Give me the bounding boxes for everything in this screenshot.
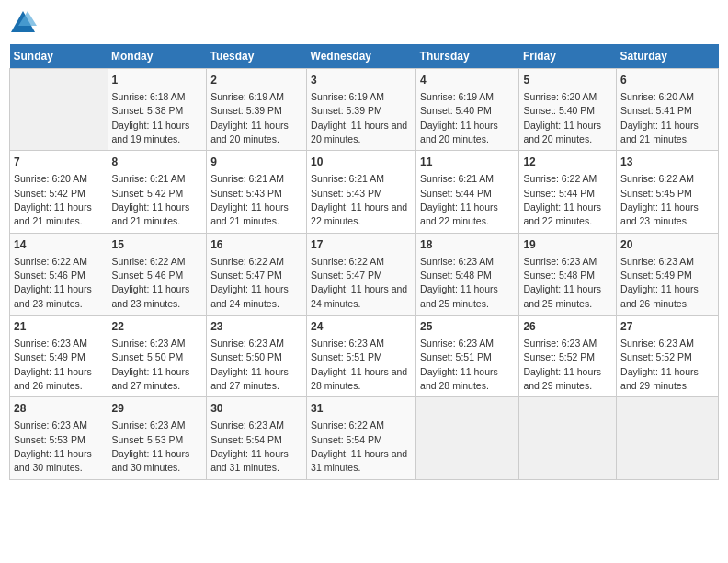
daylight-info: Daylight: 11 hours and 24 minutes. [210,283,289,308]
sunset-info: Sunset: 5:50 PM [112,351,184,362]
daylight-info: Daylight: 11 hours and 30 minutes. [112,448,190,473]
sunrise-info: Sunrise: 6:23 AM [420,256,494,267]
daylight-info: Daylight: 11 hours and 26 minutes. [620,283,699,308]
calendar-cell: 20 Sunrise: 6:23 AM Sunset: 5:49 PM Dayl… [617,233,719,315]
sunset-info: Sunset: 5:52 PM [523,351,595,362]
daylight-info: Daylight: 11 hours and 20 minutes. [420,120,498,144]
sunrise-info: Sunrise: 6:23 AM [210,419,284,431]
daylight-info: Daylight: 11 hours and 22 minutes. [420,201,498,226]
calendar-cell: 29 Sunrise: 6:23 AM Sunset: 5:53 PM Dayl… [108,397,207,479]
sunrise-info: Sunrise: 6:21 AM [420,173,494,184]
calendar-week-row: 14 Sunrise: 6:22 AM Sunset: 5:46 PM Dayl… [10,233,719,315]
calendar-cell: 21 Sunrise: 6:23 AM Sunset: 5:49 PM Dayl… [10,316,108,397]
daylight-info: Daylight: 11 hours and 27 minutes. [112,366,190,391]
day-number: 21 [14,319,104,335]
daylight-info: Daylight: 11 hours and 29 minutes. [620,366,699,391]
sunrise-info: Sunrise: 6:22 AM [523,173,597,184]
daylight-info: Daylight: 11 hours and 20 minutes. [210,120,289,144]
daylight-info: Daylight: 11 hours and 30 minutes. [14,448,92,473]
daylight-info: Daylight: 11 hours and 23 minutes. [112,283,190,308]
sunset-info: Sunset: 5:48 PM [420,270,492,281]
sunrise-info: Sunrise: 6:19 AM [420,91,494,102]
day-number: 19 [523,237,612,253]
day-header-sunday: Sunday [10,44,108,69]
sunset-info: Sunset: 5:47 PM [311,270,382,281]
sunrise-info: Sunrise: 6:22 AM [210,256,284,267]
sunrise-info: Sunrise: 6:23 AM [420,338,494,349]
sunrise-info: Sunrise: 6:23 AM [620,256,694,267]
sunset-info: Sunset: 5:47 PM [210,270,282,281]
calendar-cell: 28 Sunrise: 6:23 AM Sunset: 5:53 PM Dayl… [10,397,108,479]
sunset-info: Sunset: 5:54 PM [210,434,282,445]
day-header-friday: Friday [519,44,617,69]
calendar-cell: 7 Sunrise: 6:20 AM Sunset: 5:42 PM Dayli… [10,151,108,233]
sunset-info: Sunset: 5:41 PM [620,105,692,116]
daylight-info: Daylight: 11 hours and 20 minutes. [311,120,407,144]
daylight-info: Daylight: 11 hours and 31 minutes. [210,448,289,473]
day-number: 24 [311,319,412,335]
sunrise-info: Sunrise: 6:23 AM [311,338,384,349]
sunset-info: Sunset: 5:44 PM [420,188,492,199]
sunrise-info: Sunrise: 6:22 AM [311,256,384,267]
day-number: 15 [112,237,203,253]
sunrise-info: Sunrise: 6:19 AM [311,91,384,102]
sunrise-info: Sunrise: 6:23 AM [112,338,186,349]
day-header-saturday: Saturday [617,44,719,69]
day-number: 18 [420,237,515,253]
daylight-info: Daylight: 11 hours and 21 minutes. [210,201,289,226]
daylight-info: Daylight: 11 hours and 24 minutes. [311,283,407,308]
calendar-cell: 24 Sunrise: 6:23 AM Sunset: 5:51 PM Dayl… [307,316,416,397]
calendar-cell: 13 Sunrise: 6:22 AM Sunset: 5:45 PM Dayl… [617,151,719,233]
sunset-info: Sunset: 5:43 PM [210,188,282,199]
day-number: 8 [112,155,203,170]
sunset-info: Sunset: 5:46 PM [112,270,184,281]
sunset-info: Sunset: 5:42 PM [112,188,184,199]
day-header-wednesday: Wednesday [307,44,416,69]
day-number: 26 [523,319,612,335]
calendar-cell: 26 Sunrise: 6:23 AM Sunset: 5:52 PM Dayl… [519,316,617,397]
daylight-info: Daylight: 11 hours and 28 minutes. [420,366,498,391]
day-number: 2 [210,73,302,88]
calendar-cell: 3 Sunrise: 6:19 AM Sunset: 5:39 PM Dayli… [307,69,416,151]
day-number: 25 [420,319,515,335]
sunset-info: Sunset: 5:39 PM [311,105,382,116]
sunrise-info: Sunrise: 6:23 AM [523,338,597,349]
calendar-cell: 11 Sunrise: 6:21 AM Sunset: 5:44 PM Dayl… [416,151,519,233]
calendar-week-row: 21 Sunrise: 6:23 AM Sunset: 5:49 PM Dayl… [10,316,719,397]
calendar-cell: 19 Sunrise: 6:23 AM Sunset: 5:48 PM Dayl… [519,233,617,315]
sunrise-info: Sunrise: 6:23 AM [210,338,284,349]
day-number: 6 [620,73,714,88]
day-number: 16 [210,237,302,253]
sunset-info: Sunset: 5:49 PM [620,270,692,281]
day-number: 11 [420,155,515,170]
day-number: 28 [14,401,104,417]
day-number: 14 [14,237,104,253]
daylight-info: Daylight: 11 hours and 28 minutes. [311,366,407,391]
day-number: 31 [311,401,412,417]
day-number: 27 [620,319,714,335]
sunset-info: Sunset: 5:44 PM [523,188,595,199]
sunrise-info: Sunrise: 6:22 AM [311,419,384,431]
calendar-cell: 12 Sunrise: 6:22 AM Sunset: 5:44 PM Dayl… [519,151,617,233]
sunrise-info: Sunrise: 6:21 AM [311,173,384,184]
sunset-info: Sunset: 5:38 PM [112,105,184,116]
day-number: 30 [210,401,302,417]
sunrise-info: Sunrise: 6:23 AM [112,419,186,431]
logo [9,9,40,37]
day-header-thursday: Thursday [416,44,519,69]
day-header-monday: Monday [108,44,207,69]
sunset-info: Sunset: 5:40 PM [420,105,492,116]
sunrise-info: Sunrise: 6:18 AM [112,91,186,102]
sunset-info: Sunset: 5:54 PM [311,434,382,445]
sunrise-info: Sunrise: 6:21 AM [210,173,284,184]
day-number: 1 [112,73,203,88]
sunrise-info: Sunrise: 6:20 AM [523,91,597,102]
sunrise-info: Sunrise: 6:22 AM [112,256,186,267]
calendar-cell: 14 Sunrise: 6:22 AM Sunset: 5:46 PM Dayl… [10,233,108,315]
day-number: 10 [311,155,412,170]
daylight-info: Daylight: 11 hours and 22 minutes. [523,201,601,226]
sunset-info: Sunset: 5:52 PM [620,351,692,362]
day-number: 12 [523,155,612,170]
calendar-cell: 16 Sunrise: 6:22 AM Sunset: 5:47 PM Dayl… [207,233,307,315]
calendar-cell: 15 Sunrise: 6:22 AM Sunset: 5:46 PM Dayl… [108,233,207,315]
